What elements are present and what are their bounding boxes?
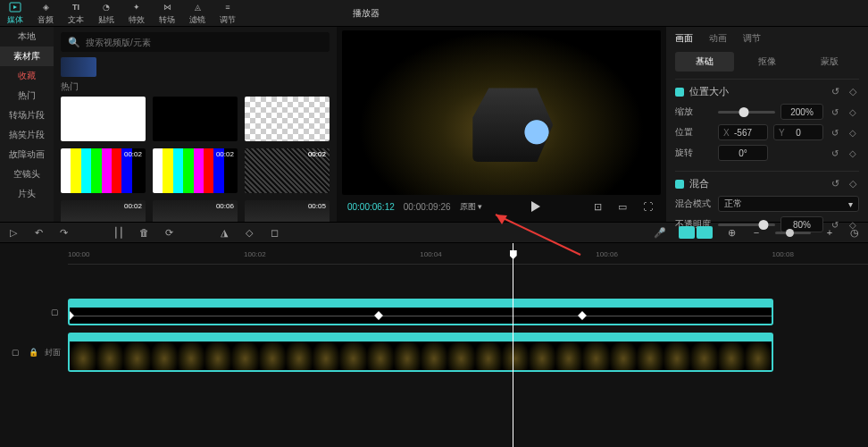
- scale-slider[interactable]: [718, 111, 775, 114]
- pos-y-input[interactable]: Y0: [773, 124, 823, 140]
- blend-mode-select[interactable]: 正常▾: [718, 196, 859, 212]
- top-toolbar: 媒体 ◈ 音频 TI 文本 ◔ 贴纸 ✦ 特效 ⋈ 转场 ◬ 滤镜 ≡ 调节 播…: [0, 0, 868, 27]
- tool-adjust[interactable]: ≡ 调节: [213, 0, 243, 26]
- sidebar-item-local[interactable]: 本地: [0, 27, 54, 46]
- pointer-icon[interactable]: ▷: [7, 226, 20, 239]
- media-thumb[interactable]: 00:02: [153, 148, 238, 193]
- svg-marker-1: [13, 5, 17, 9]
- ratio-icon[interactable]: ▭: [614, 198, 630, 215]
- media-sidebar: 本地 素材库 收藏 热门 转场片段 搞笑片段 故障动画 空镜头 片头: [0, 27, 54, 222]
- pos-x-input[interactable]: X-567: [718, 124, 768, 140]
- blend-checkbox[interactable]: [675, 180, 684, 189]
- redo-icon[interactable]: ↷: [57, 226, 70, 239]
- tab-adjust[interactable]: 调节: [743, 30, 761, 46]
- search-box[interactable]: 🔍: [61, 32, 330, 52]
- subtab-cutout[interactable]: 抠像: [738, 52, 797, 72]
- track-vis-icon[interactable]: ▢: [9, 346, 21, 358]
- mirror-icon[interactable]: ◮: [218, 226, 230, 239]
- media-thumb[interactable]: 00:06: [153, 200, 238, 222]
- tab-anim[interactable]: 动画: [709, 30, 727, 46]
- zoom-out-icon[interactable]: ⊡: [589, 198, 605, 215]
- keyframe-track: ▢ 黑场 00:00:05:26: [0, 299, 868, 325]
- video-track: ▢ 🔒 封面 凶猛转场素材 (459) 00:00:05:26: [0, 333, 868, 372]
- sidebar-item-intro[interactable]: 片头: [0, 184, 54, 204]
- blend-title: 混合: [689, 177, 709, 190]
- filter-icon: ◬: [191, 1, 204, 13]
- blend-mode-label: 混合模式: [675, 198, 713, 210]
- tool-effect[interactable]: ✦ 特效: [121, 0, 152, 26]
- pos-size-title: 位置大小: [689, 85, 729, 98]
- media-thumb[interactable]: 00:02: [245, 148, 330, 193]
- tool-sticker[interactable]: ◔ 贴纸: [91, 0, 121, 26]
- reset-icon[interactable]: ↺: [829, 105, 841, 118]
- play-button[interactable]: [528, 198, 544, 215]
- split-icon[interactable]: ⎮⎮: [113, 226, 125, 239]
- sidebar-item-transitions[interactable]: 转场片段: [0, 105, 54, 125]
- rotate-icon[interactable]: ◇: [243, 226, 255, 239]
- media-icon: [9, 1, 21, 13]
- tool-text[interactable]: TI 文本: [61, 0, 91, 26]
- undo-icon[interactable]: ↶: [32, 226, 45, 239]
- effect-icon: ✦: [130, 1, 143, 13]
- timeline-ruler[interactable]: 100:00100:02100:04100:06100:08: [68, 247, 868, 265]
- sidebar-item-library[interactable]: 素材库: [0, 46, 54, 66]
- preview-viewport[interactable]: [342, 30, 661, 195]
- position-label: 位置: [675, 126, 713, 139]
- media-thumb[interactable]: [61, 97, 146, 141]
- media-thumb[interactable]: [245, 97, 330, 141]
- search-input[interactable]: [86, 38, 322, 47]
- text-icon: TI: [70, 1, 82, 13]
- keyframe-clip[interactable]: 黑场 00:00:05:26: [68, 299, 773, 325]
- tool-audio[interactable]: ◈ 音频: [30, 0, 61, 26]
- reset-icon[interactable]: ↺: [829, 126, 841, 139]
- sidebar-item-hot[interactable]: 热门: [0, 86, 54, 105]
- keyframe-icon[interactable]: ◇: [847, 147, 859, 159]
- current-time: 00:00:06:12: [347, 202, 395, 212]
- scale-value[interactable]: 200%: [780, 104, 823, 120]
- media-grid: 00:0200:0200:0200:0200:0600:05: [61, 97, 330, 222]
- subtab-mask[interactable]: 蒙版: [800, 52, 859, 72]
- refresh-icon[interactable]: ⟳: [163, 226, 175, 239]
- tab-picture[interactable]: 画面: [675, 30, 693, 46]
- media-thumb[interactable]: [153, 97, 238, 141]
- keyframe-icon[interactable]: ◇: [847, 126, 859, 139]
- clock-icon[interactable]: ◷: [848, 226, 861, 239]
- search-icon: 🔍: [68, 37, 80, 48]
- recent-thumb[interactable]: [61, 57, 96, 77]
- rotate-input[interactable]: 0°: [718, 145, 768, 161]
- reset-icon[interactable]: ↺: [829, 86, 841, 98]
- reset-icon[interactable]: ↺: [829, 147, 841, 159]
- snap-toggle[interactable]: [679, 226, 713, 239]
- keyframe-icon[interactable]: ◇: [847, 86, 859, 98]
- sidebar-item-broll[interactable]: 空镜头: [0, 164, 54, 184]
- lock-icon[interactable]: 🔒: [27, 346, 39, 358]
- zoom-slider[interactable]: [775, 232, 811, 234]
- sidebar-item-funny[interactable]: 搞笑片段: [0, 125, 54, 145]
- scale-dropdown[interactable]: 原图 ▾: [460, 201, 483, 213]
- tool-media[interactable]: 媒体: [0, 0, 30, 26]
- crop-icon[interactable]: ◻: [268, 226, 280, 239]
- delete-icon[interactable]: 🗑: [138, 226, 150, 239]
- playhead[interactable]: [513, 243, 513, 447]
- keyframe-icon[interactable]: ◇: [847, 105, 859, 118]
- mic-icon[interactable]: 🎤: [654, 226, 666, 239]
- subtab-basic[interactable]: 基础: [675, 52, 734, 72]
- media-thumb[interactable]: 00:02: [61, 148, 146, 193]
- cover-label[interactable]: 封面: [45, 347, 61, 358]
- reset-icon[interactable]: ↺: [829, 178, 841, 190]
- tool-filter[interactable]: ◬ 滤镜: [182, 0, 213, 26]
- align-icon[interactable]: ⊕: [725, 226, 738, 239]
- sidebar-item-favorite[interactable]: 收藏: [0, 66, 54, 86]
- pos-size-checkbox[interactable]: [675, 88, 684, 97]
- keyframe-icon[interactable]: ◇: [847, 178, 859, 190]
- video-clip[interactable]: 凶猛转场素材 (459) 00:00:05:26: [68, 333, 773, 372]
- media-thumb[interactable]: 00:02: [61, 200, 146, 222]
- tool-transition[interactable]: ⋈ 转场: [152, 0, 182, 26]
- zoom-in-icon[interactable]: +: [823, 226, 836, 239]
- track-vis-icon[interactable]: ▢: [48, 306, 61, 318]
- sidebar-item-glitch[interactable]: 故障动画: [0, 145, 54, 164]
- fullscreen-icon[interactable]: ⛶: [639, 198, 655, 215]
- opacity-slider[interactable]: [718, 224, 775, 226]
- media-thumb[interactable]: 00:05: [245, 200, 330, 222]
- adjust-icon: ≡: [221, 1, 234, 13]
